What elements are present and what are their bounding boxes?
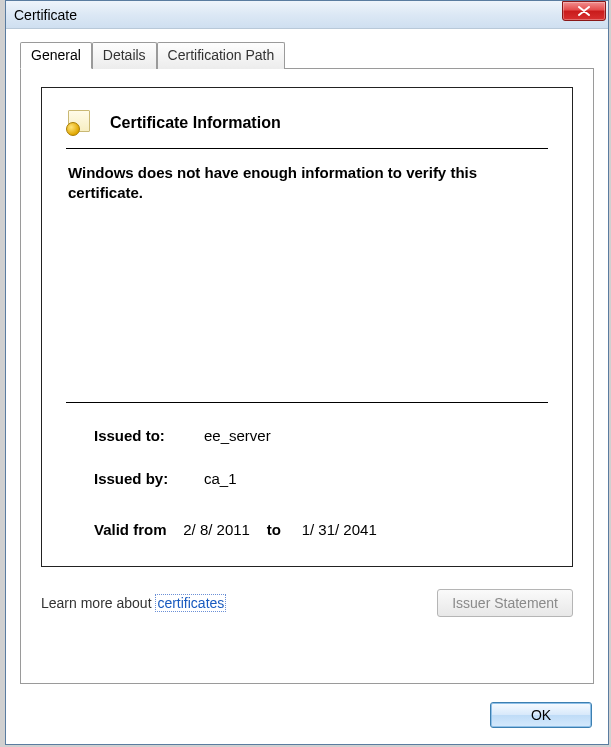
learn-more-text: Learn more about certificates [41, 595, 226, 611]
ok-button[interactable]: OK [490, 702, 592, 728]
issued-to-row: Issued to: ee_server [66, 427, 548, 444]
tab-panel-general: Certificate Information Windows does not… [20, 68, 594, 684]
issued-by-row: Issued by: ca_1 [66, 470, 548, 487]
issued-by-label: Issued by: [94, 470, 204, 487]
certificate-icon [66, 110, 94, 136]
validity-row: Valid from 2/ 8/ 2011 to 1/ 31/ 2041 [66, 521, 548, 538]
issuer-statement-button: Issuer Statement [437, 589, 573, 617]
titlebar: Certificate [6, 1, 608, 29]
certificates-link[interactable]: certificates [155, 594, 226, 612]
certificate-heading: Certificate Information [110, 114, 281, 132]
certificate-info-box: Certificate Information Windows does not… [41, 87, 573, 567]
tab-strip: General Details Certification Path [20, 41, 594, 68]
certificate-header: Certificate Information [66, 110, 548, 136]
panel-footer-row: Learn more about certificates Issuer Sta… [41, 589, 573, 617]
issued-to-label: Issued to: [94, 427, 204, 444]
tab-details[interactable]: Details [92, 42, 157, 69]
learn-more-prefix: Learn more about [41, 595, 155, 611]
close-button[interactable] [562, 1, 606, 21]
divider [66, 148, 548, 149]
valid-to-label: to [267, 521, 281, 538]
dialog-footer: OK [20, 702, 594, 728]
divider [66, 402, 548, 403]
issued-by-value: ca_1 [204, 470, 237, 487]
window-title: Certificate [14, 7, 77, 23]
valid-to-value: 1/ 31/ 2041 [302, 521, 377, 538]
certificate-dialog: Certificate General Details Certificatio… [5, 0, 609, 745]
tab-certification-path[interactable]: Certification Path [157, 42, 286, 69]
dialog-body: General Details Certification Path Certi… [6, 29, 608, 744]
certificate-status-message: Windows does not have enough information… [66, 163, 548, 204]
valid-from-label: Valid from [94, 521, 167, 538]
close-icon [578, 6, 590, 16]
issued-to-value: ee_server [204, 427, 271, 444]
valid-from-value: 2/ 8/ 2011 [183, 521, 250, 538]
tab-general[interactable]: General [20, 42, 92, 69]
